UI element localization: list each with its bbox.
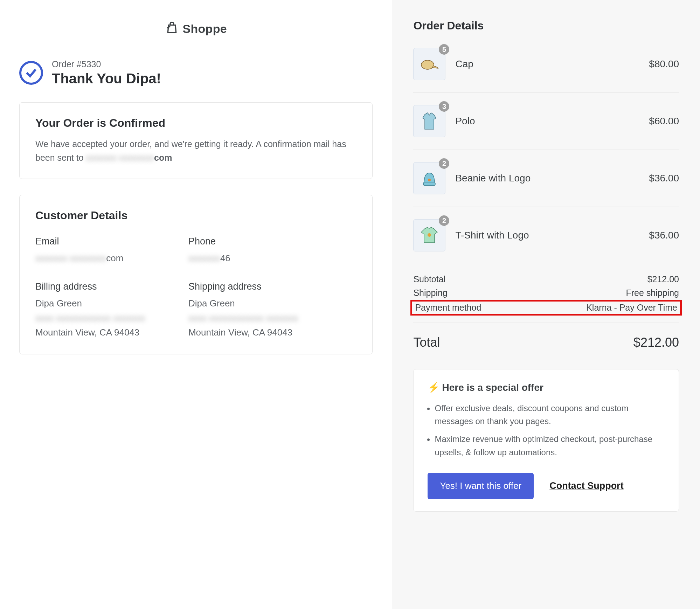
subtotal-row: Subtotal $212.00 bbox=[413, 272, 679, 286]
offer-cta-button[interactable]: Yes! I want this offer bbox=[428, 473, 534, 499]
order-number: Order #5330 bbox=[52, 59, 161, 69]
billing-address-block: Billing address Dipa Green xxxx xxxxxxxx… bbox=[35, 281, 188, 340]
shipping-row: Shipping Free shipping bbox=[413, 286, 679, 300]
qty-badge: 2 bbox=[439, 215, 449, 226]
order-item: 2 Beanie with Logo $36.00 bbox=[413, 150, 679, 207]
item-name: T-Shirt with Logo bbox=[455, 230, 639, 241]
total-row: Total $212.00 bbox=[413, 323, 679, 350]
product-thumb-beanie: 2 bbox=[413, 162, 445, 194]
shipping-label: Shipping address bbox=[188, 281, 357, 292]
qty-badge: 2 bbox=[439, 158, 449, 169]
customer-phone-block: Phone xxxxxxx46 bbox=[188, 236, 357, 266]
order-item: 2 T-Shirt with Logo $36.00 bbox=[413, 207, 679, 264]
svg-point-2 bbox=[428, 179, 431, 181]
svg-rect-1 bbox=[423, 182, 435, 186]
order-item: 3 Polo $60.00 bbox=[413, 93, 679, 150]
shipping-address-block: Shipping address Dipa Green xxxx xxxxxxx… bbox=[188, 281, 357, 340]
email-label: Email bbox=[35, 236, 188, 247]
item-price: $80.00 bbox=[649, 58, 679, 70]
payment-method-row: Payment method Klarna - Pay Over Time bbox=[410, 300, 682, 316]
special-offer-card: ⚡ Here is a special offer Offer exclusiv… bbox=[413, 369, 679, 512]
offer-bullet: Maximize revenue with optimized checkout… bbox=[435, 432, 665, 458]
order-item: 5 Cap $80.00 bbox=[413, 48, 679, 93]
order-summary: Subtotal $212.00 Shipping Free shipping … bbox=[413, 272, 679, 350]
item-price: $36.00 bbox=[649, 230, 679, 241]
billing-label: Billing address bbox=[35, 281, 188, 292]
lightning-icon: ⚡ bbox=[428, 382, 440, 393]
contact-support-link[interactable]: Contact Support bbox=[549, 480, 623, 491]
offer-bullet: Offer exclusive deals, discount coupons … bbox=[435, 402, 665, 428]
svg-point-3 bbox=[428, 233, 431, 237]
qty-badge: 5 bbox=[439, 44, 449, 55]
left-panel: Shoppe Order #5330 Thank You Dipa! Your … bbox=[0, 0, 392, 609]
item-name: Beanie with Logo bbox=[455, 173, 639, 184]
phone-label: Phone bbox=[188, 236, 357, 247]
brand-name: Shoppe bbox=[182, 22, 227, 36]
confirmed-heading: Your Order is Confirmed bbox=[35, 117, 356, 130]
bag-icon bbox=[165, 21, 179, 36]
brand-header: Shoppe bbox=[19, 21, 373, 36]
thank-you-title: Thank You Dipa! bbox=[52, 71, 161, 86]
offer-title: ⚡ Here is a special offer bbox=[428, 382, 665, 393]
order-header: Order #5330 Thank You Dipa! bbox=[19, 59, 373, 86]
order-details-heading: Order Details bbox=[413, 19, 679, 32]
customer-email-block: Email xxxxxxx xxxxxxxxcom bbox=[35, 236, 188, 266]
svg-point-0 bbox=[421, 60, 434, 69]
customer-heading: Customer Details bbox=[35, 209, 356, 222]
product-thumb-tshirt: 2 bbox=[413, 219, 445, 251]
item-price: $60.00 bbox=[649, 116, 679, 127]
product-thumb-cap: 5 bbox=[413, 48, 445, 80]
item-price: $36.00 bbox=[649, 173, 679, 184]
qty-badge: 3 bbox=[439, 101, 449, 112]
order-confirmed-card: Your Order is Confirmed We have accepted… bbox=[19, 102, 373, 179]
customer-details-card: Customer Details Email xxxxxxx xxxxxxxxc… bbox=[19, 195, 373, 354]
product-thumb-polo: 3 bbox=[413, 105, 445, 137]
item-name: Polo bbox=[455, 116, 639, 127]
order-items-list: 5 Cap $80.00 3 Polo $60.00 2 Beanie with… bbox=[413, 48, 679, 264]
offer-bullets: Offer exclusive deals, discount coupons … bbox=[435, 402, 665, 459]
checkmark-icon bbox=[19, 61, 43, 85]
right-panel: Order Details 5 Cap $80.00 3 Polo $60.00 bbox=[392, 0, 700, 609]
item-name: Cap bbox=[455, 58, 639, 70]
confirmed-body: We have accepted your order, and we're g… bbox=[35, 137, 356, 165]
